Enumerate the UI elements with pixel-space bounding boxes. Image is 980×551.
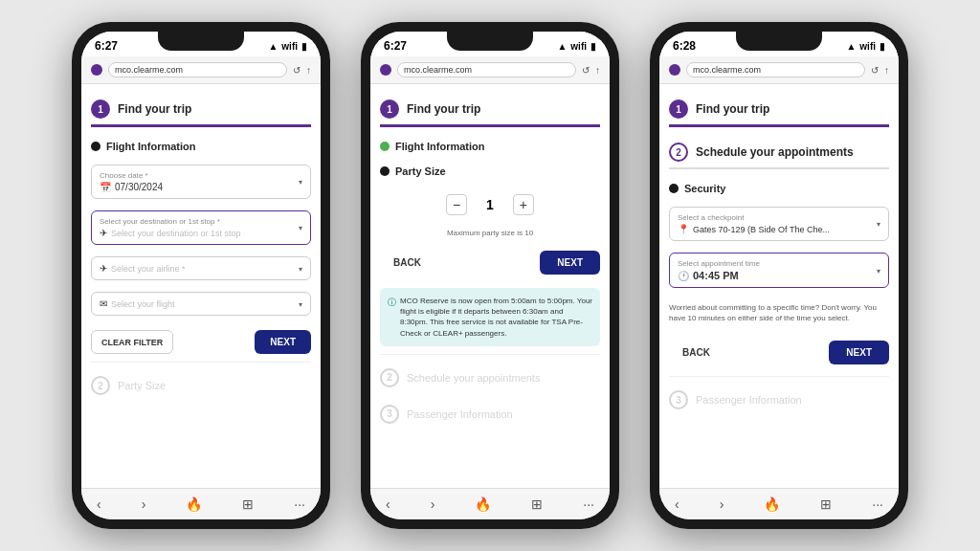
forward-nav-icon-3[interactable]: › bbox=[720, 496, 724, 512]
step2-circle: 2 bbox=[91, 376, 110, 395]
home-icon-3[interactable]: 🔥 bbox=[764, 496, 780, 512]
battery-icon-2: ▮ bbox=[590, 41, 596, 52]
flight-value: ✉ Select your flight bbox=[100, 298, 302, 309]
grid-icon-2[interactable]: ⊞ bbox=[531, 496, 543, 512]
checkpoint-field[interactable]: Select a checkpoint 📍 Gates 70-129 (B Si… bbox=[669, 207, 889, 241]
browser-icons-2: ↺ ↑ bbox=[582, 65, 600, 76]
time-value: 🕐 04:45 PM bbox=[678, 270, 880, 281]
status-icons-2: ▲ wifi ▮ bbox=[557, 41, 596, 52]
signal-icon-2: ▲ bbox=[557, 41, 567, 52]
divider-1 bbox=[91, 362, 311, 363]
step2-title-inactive: Party Size bbox=[118, 380, 166, 391]
divider-3 bbox=[669, 376, 889, 377]
step1-title-3: Find your trip bbox=[696, 102, 769, 116]
battery-icon: ▮ bbox=[301, 41, 307, 52]
wifi-icon-3: wifi bbox=[859, 41, 876, 52]
security-title: Security bbox=[684, 183, 725, 194]
step1-header: 1 Find your trip bbox=[91, 94, 311, 127]
step1-header-3: 1 Find your trip bbox=[669, 94, 889, 127]
info-text: MCO Reserve is now open from 5:00am to 5… bbox=[400, 296, 592, 339]
reload-icon-2[interactable]: ↺ bbox=[582, 65, 590, 76]
back-nav-icon-1[interactable]: ‹ bbox=[97, 496, 101, 512]
next-button-2[interactable]: NEXT bbox=[540, 251, 600, 275]
checkpoint-arrow: ▾ bbox=[877, 220, 880, 229]
shield-icon-1 bbox=[91, 64, 102, 76]
phone2-btn-row: BACK NEXT bbox=[380, 251, 600, 275]
increment-button[interactable]: + bbox=[513, 194, 534, 215]
divider-2 bbox=[380, 354, 600, 355]
party-title: Party Size bbox=[395, 165, 446, 177]
grid-icon-3[interactable]: ⊞ bbox=[820, 496, 832, 512]
airline-arrow: ▾ bbox=[299, 264, 302, 273]
home-icon-2[interactable]: 🔥 bbox=[475, 496, 491, 512]
phone3-content: 1 Find your trip 2 Schedule your appoint… bbox=[659, 84, 899, 488]
back-nav-icon-3[interactable]: ‹ bbox=[675, 496, 679, 512]
step3-circle-3: 3 bbox=[669, 390, 688, 409]
step3-title-2: Passenger Information bbox=[407, 408, 513, 420]
destination-label: Select your destination or 1st stop * bbox=[100, 217, 302, 226]
party-dot bbox=[380, 166, 390, 176]
checkpoint-value: 📍 Gates 70-129 (B Side Of The Che... bbox=[678, 224, 880, 234]
security-dot bbox=[669, 184, 679, 193]
notch-1 bbox=[158, 32, 244, 51]
back-button-3[interactable]: BACK bbox=[669, 341, 724, 364]
party-counter: − 1 + bbox=[380, 187, 600, 223]
location-icon: 📍 bbox=[678, 224, 689, 234]
bottom-bar-3: ‹ › 🔥 ⊞ ··· bbox=[659, 488, 899, 519]
back-button-2[interactable]: BACK bbox=[380, 251, 434, 275]
worry-text: Worried about committing to a specific t… bbox=[669, 302, 889, 323]
signal-icon-3: ▲ bbox=[846, 41, 856, 52]
browser-url-3[interactable]: mco.clearme.com bbox=[686, 62, 865, 77]
status-time-3: 6:28 bbox=[673, 39, 696, 53]
flight-arrow: ▾ bbox=[299, 299, 302, 308]
clear-filter-button[interactable]: CLEAR FILTER bbox=[91, 330, 173, 354]
share-icon-3[interactable]: ↑ bbox=[884, 65, 889, 76]
status-icons-1: ▲ wifi ▮ bbox=[268, 41, 307, 52]
date-value: 📅 07/30/2024 bbox=[100, 182, 302, 192]
more-icon-2[interactable]: ··· bbox=[583, 496, 594, 512]
substep2: Flight Information bbox=[380, 137, 600, 156]
next-button-1[interactable]: NEXT bbox=[255, 330, 311, 354]
grid-icon-1[interactable]: ⊞ bbox=[242, 496, 254, 512]
airline-icon: ✈ bbox=[100, 263, 107, 274]
forward-nav-icon-1[interactable]: › bbox=[142, 496, 146, 512]
back-nav-icon-2[interactable]: ‹ bbox=[386, 496, 390, 512]
share-icon-2[interactable]: ↑ bbox=[595, 65, 600, 76]
step3-inactive-3: 3 Passenger Information bbox=[669, 385, 889, 415]
step2-inactive: 2 Party Size bbox=[91, 370, 311, 401]
step1-number-2: 1 bbox=[380, 99, 399, 119]
shield-icon-3 bbox=[669, 64, 680, 76]
browser-bar-1: mco.clearme.com ↺ ↑ bbox=[81, 56, 321, 84]
destination-field[interactable]: Select your destination or 1st stop * ✈ … bbox=[91, 210, 311, 245]
home-icon-1[interactable]: 🔥 bbox=[186, 496, 202, 512]
phone-3: 6:28 ▲ wifi ▮ mco.clearme.com ↺ ↑ 1 Find bbox=[650, 22, 908, 529]
step1-title: Find your trip bbox=[118, 102, 191, 116]
step1-header-2: 1 Find your trip bbox=[380, 94, 600, 127]
next-button-3[interactable]: NEXT bbox=[829, 341, 889, 364]
checkpoint-label: Select a checkpoint bbox=[678, 213, 880, 222]
reload-icon[interactable]: ↺ bbox=[293, 65, 301, 76]
more-icon-1[interactable]: ··· bbox=[294, 496, 305, 512]
time-field[interactable]: Select appointment time 🕐 04:45 PM ▾ bbox=[669, 253, 889, 288]
phone-2: 6:27 ▲ wifi ▮ mco.clearme.com ↺ ↑ 1 Find bbox=[361, 22, 619, 529]
substep2-title: Flight Information bbox=[395, 141, 484, 152]
airline-field[interactable]: ✈ Select your airline * ▾ bbox=[91, 256, 311, 280]
step2-title-2: Schedule your appointments bbox=[407, 372, 540, 384]
bottom-bar-1: ‹ › 🔥 ⊞ ··· bbox=[81, 488, 321, 519]
substep2-dot bbox=[380, 142, 390, 151]
browser-url-1[interactable]: mco.clearme.com bbox=[108, 62, 287, 77]
step2-inactive-2: 2 Schedule your appointments bbox=[380, 363, 600, 393]
reload-icon-3[interactable]: ↺ bbox=[871, 65, 879, 76]
forward-nav-icon-2[interactable]: › bbox=[431, 496, 435, 512]
party-count: 1 bbox=[486, 197, 494, 212]
info-box: ⓘ MCO Reserve is now open from 5:00am to… bbox=[380, 288, 600, 346]
dest-arrow: ▾ bbox=[299, 224, 302, 232]
decrement-button[interactable]: − bbox=[446, 194, 467, 215]
flight-field[interactable]: ✉ Select your flight ▾ bbox=[91, 292, 311, 316]
more-icon-3[interactable]: ··· bbox=[872, 496, 883, 512]
step1-number-3: 1 bbox=[669, 99, 688, 119]
share-icon[interactable]: ↑ bbox=[306, 65, 311, 76]
browser-url-2[interactable]: mco.clearme.com bbox=[397, 62, 576, 77]
wifi-icon: wifi bbox=[281, 41, 298, 52]
date-field[interactable]: Choose date * 📅 07/30/2024 ▾ bbox=[91, 165, 311, 199]
